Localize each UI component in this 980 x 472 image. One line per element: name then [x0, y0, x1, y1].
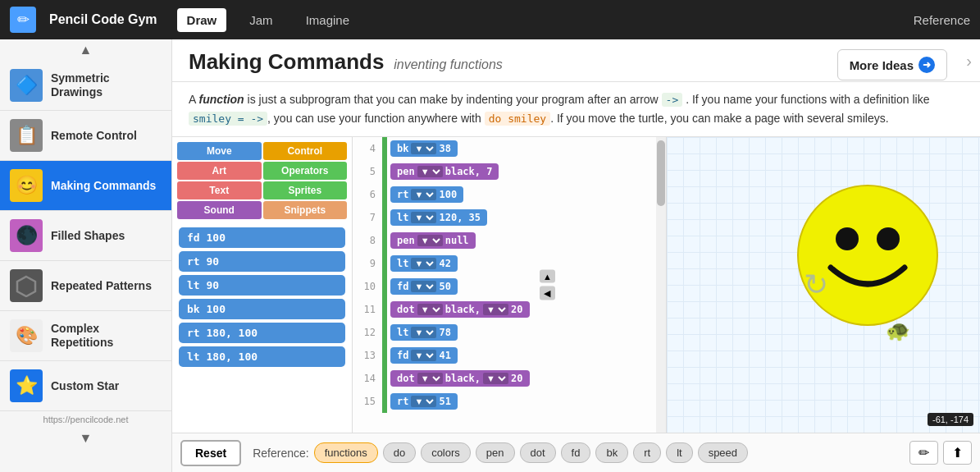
block-lt180[interactable]: lt 180, 100: [179, 346, 345, 367]
reset-button[interactable]: Reset: [180, 440, 241, 466]
canvas-area: 🐢 ↻ -61, -174: [667, 137, 980, 433]
ref-chip-dot[interactable]: dot: [520, 442, 556, 463]
code-block-lt[interactable]: lt ▼ 120, 35: [390, 209, 487, 226]
block-fd[interactable]: fd 100: [179, 227, 345, 248]
pencil-edit-button[interactable]: ✏: [909, 441, 938, 465]
line-num: 11: [353, 304, 382, 315]
scroll-thumb[interactable]: [657, 140, 665, 206]
nav-jam[interactable]: Jam: [239, 8, 282, 32]
palette-blocks: fd 100 rt 90 lt 90 bk 100 rt 180, 100 lt…: [172, 224, 352, 433]
line-num: 9: [353, 258, 382, 269]
cat-operators-button[interactable]: Operators: [263, 162, 348, 180]
dot-size2[interactable]: ▼: [483, 373, 508, 384]
chevron-right-button[interactable]: ›: [966, 51, 972, 70]
collapse-down-button[interactable]: ◀: [540, 286, 555, 300]
ref-chip-rt[interactable]: rt: [633, 442, 661, 463]
upload-button[interactable]: ⬆: [943, 441, 972, 465]
rt-select[interactable]: ▼: [411, 189, 436, 200]
code-block-fd[interactable]: fd ▼ 50: [390, 278, 458, 295]
dot-select1[interactable]: ▼: [417, 304, 443, 315]
nav-draw[interactable]: Draw: [177, 8, 227, 32]
ref-chip-lt[interactable]: lt: [666, 442, 693, 463]
ref-chip-colors[interactable]: colors: [421, 442, 471, 463]
sidebar-item-custom-star[interactable]: ⭐ Custom Star: [0, 361, 171, 411]
remote-control-icon: 📋: [10, 119, 43, 152]
ref-chip-pen[interactable]: pen: [476, 442, 515, 463]
sidebar-item-repeated-patterns[interactable]: Repeated Patterns: [0, 261, 171, 311]
lt-select2[interactable]: ▼: [411, 258, 436, 269]
block-rt[interactable]: rt 90: [179, 251, 345, 272]
more-ideas-button[interactable]: More Ideas ➜: [837, 49, 947, 80]
lt-select[interactable]: ▼: [411, 212, 436, 223]
desc-part2: is just a subprogram that you can make b…: [244, 93, 662, 106]
ref-chip-do[interactable]: do: [383, 442, 416, 463]
code-block-lt2[interactable]: lt ▼ 42: [390, 255, 458, 272]
fd-select2[interactable]: ▼: [411, 350, 436, 361]
code-scroll[interactable]: 4 bk ▼ 38 5 pen ▼ black, 7: [353, 137, 666, 433]
sidebar-item-remote-control[interactable]: 📋 Remote Control: [0, 111, 171, 161]
desc-part5: . If you move the turtle, you can make a…: [550, 112, 888, 125]
line-num: 13: [353, 350, 382, 361]
sidebar-item-symmetric-drawings[interactable]: 🔷 Symmetric Drawings: [0, 61, 171, 111]
code-block-row: fd ▼ 41: [390, 346, 458, 365]
cat-sound-button[interactable]: Sound: [177, 201, 262, 219]
nav-imagine[interactable]: Imagine: [296, 8, 359, 32]
ref-chip-fd[interactable]: fd: [561, 442, 591, 463]
code-scrollbar[interactable]: [656, 137, 666, 433]
code-block-dot2[interactable]: dot ▼ black, ▼ 20: [390, 370, 530, 387]
reload-icon: ↻: [804, 268, 828, 302]
line-num: 5: [353, 166, 382, 177]
ref-chip-functions[interactable]: functions: [314, 442, 378, 463]
collapse-up-button[interactable]: ▲: [540, 269, 555, 282]
app-logo: ✏: [10, 7, 36, 33]
block-bk[interactable]: bk 100: [179, 299, 345, 319]
smiley-face: [794, 181, 941, 329]
line-num: 12: [353, 327, 382, 338]
code-block-dot1[interactable]: dot ▼ black, ▼ 20: [390, 301, 530, 318]
arrow-code: ->: [662, 93, 683, 107]
fd-select[interactable]: ▼: [411, 281, 436, 292]
sidebar-item-filled-shapes[interactable]: 🌑 Filled Shapes: [0, 211, 171, 261]
dot-size1[interactable]: ▼: [483, 304, 508, 315]
ref-chip-speed[interactable]: speed: [698, 442, 748, 463]
cat-move-button[interactable]: Move: [177, 142, 262, 160]
sidebar-item-making-commands[interactable]: 😊 Making Commands: [0, 161, 171, 211]
code-block-lt3[interactable]: lt ▼ 78: [390, 324, 458, 341]
bk-select[interactable]: ▼: [411, 143, 436, 154]
dot-select2[interactable]: ▼: [417, 373, 443, 384]
code-block-rt[interactable]: rt ▼ 100: [390, 186, 463, 203]
cat-text-button[interactable]: Text: [177, 181, 262, 199]
reference-link[interactable]: Reference: [914, 13, 970, 27]
pen-select[interactable]: ▼: [417, 166, 443, 177]
lt-select3[interactable]: ▼: [411, 327, 436, 338]
pen-select2[interactable]: ▼: [417, 235, 443, 246]
cat-control-button[interactable]: Control: [263, 142, 348, 160]
code-block-bk[interactable]: bk ▼ 38: [390, 140, 458, 157]
block-lt[interactable]: lt 90: [179, 275, 345, 296]
sidebar-scroll-up[interactable]: ▲: [0, 39, 171, 61]
cat-art-button[interactable]: Art: [177, 162, 262, 180]
code-line: 13 fd ▼ 41: [353, 344, 666, 367]
desc-part3: . If you name your functions with a defi…: [682, 93, 929, 106]
sidebar-item-label: Filled Shapes: [51, 229, 125, 243]
sidebar-item-label: Remote Control: [51, 129, 137, 143]
code-line: 14 dot ▼ black, ▼ 20: [353, 367, 666, 390]
code-block-pen-null[interactable]: pen ▼ null: [390, 232, 476, 249]
cat-sprites-button[interactable]: Sprites: [263, 181, 348, 199]
ref-chip-bk[interactable]: bk: [595, 442, 628, 463]
editor-area: Move Control Art Operators Text Sprites …: [172, 137, 980, 433]
code-block-fd2[interactable]: fd ▼ 41: [390, 347, 458, 364]
def-code: smiley = ->: [189, 112, 267, 126]
sidebar-item-complex-repetitions[interactable]: 🎨 Complex Repetitions: [0, 311, 171, 361]
code-line: 12 lt ▼ 78: [353, 321, 666, 344]
svg-marker-0: [17, 277, 35, 296]
code-block-pen[interactable]: pen ▼ black, 7: [390, 163, 499, 180]
sidebar-scroll-down[interactable]: ▼: [0, 428, 171, 449]
block-rt180[interactable]: rt 180, 100: [179, 323, 345, 343]
code-line: 4 bk ▼ 38: [353, 137, 666, 160]
code-block-rt2[interactable]: rt ▼ 51: [390, 393, 458, 410]
code-block-row: dot ▼ black, ▼ 20: [390, 300, 530, 319]
code-block-row: pen ▼ black, 7: [390, 162, 499, 181]
rt-select2[interactable]: ▼: [411, 396, 436, 407]
cat-snippets-button[interactable]: Snippets: [263, 201, 348, 219]
